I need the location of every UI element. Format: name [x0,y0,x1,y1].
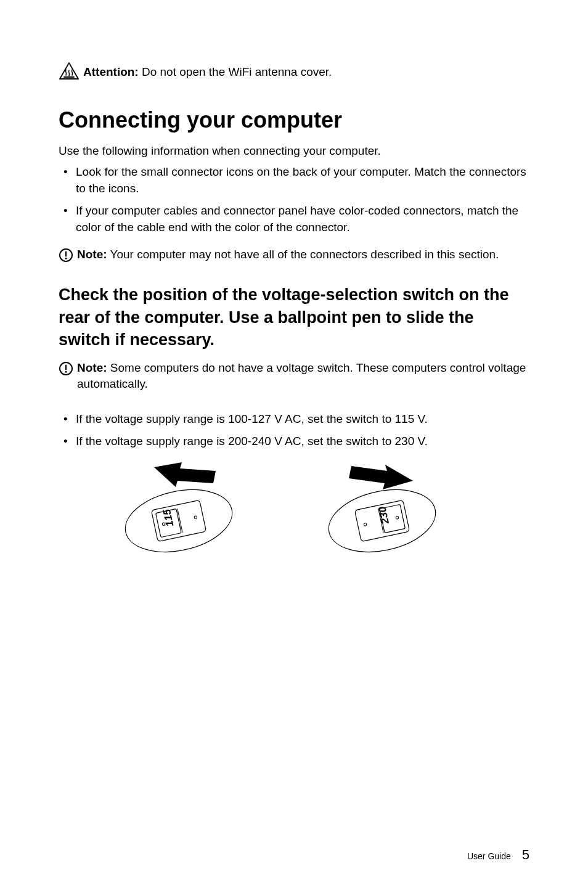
attention-body: Do not open the WiFi antenna cover. [142,65,332,78]
voltage-switch-115-diagram: 115 [117,462,240,561]
svg-marker-14 [154,462,216,487]
note-callout-2: Note: Some computers do not have a volta… [59,360,529,393]
info-icon [59,361,73,378]
note-text-1: Note: Your computer may not have all of … [77,247,499,263]
attention-text: Attention: Do not open the WiFi antenna … [83,65,332,79]
voltage-switch-diagrams: 115 230 [59,462,529,561]
page-footer: User Guide 5 [467,847,529,863]
note-body: Some computers do not have a voltage swi… [77,361,526,391]
page-heading: Connecting your computer [59,107,529,133]
svg-point-4 [65,258,67,260]
attention-label: Attention: [83,65,139,78]
bullet-list-1: Look for the small connector icons on th… [59,164,529,235]
voltage-switch-230-diagram: 230 [321,462,444,561]
page-number: 5 [522,847,529,863]
list-item: If the voltage supply range is 200-240 V… [59,433,529,450]
hot-surface-icon [59,62,80,83]
arrow-right-icon [349,465,413,489]
attention-callout: Attention: Do not open the WiFi antenna … [59,62,529,83]
note-label: Note: [77,361,107,374]
note-label: Note: [77,248,107,261]
list-item: If your computer cables and connector pa… [59,203,529,235]
list-item: Look for the small connector icons on th… [59,164,529,197]
note-callout-1: Note: Your computer may not have all of … [59,247,529,265]
bullet-list-2: If the voltage supply range is 100-127 V… [59,411,529,450]
list-item: If the voltage supply range is 100-127 V… [59,411,529,428]
svg-point-7 [65,370,67,372]
footer-label: User Guide [467,851,511,861]
info-icon [59,248,73,265]
intro-paragraph: Use the following information when conne… [59,144,529,158]
section-heading: Check the position of the voltage-select… [59,284,529,351]
note-text-2: Note: Some computers do not have a volta… [77,360,529,393]
arrow-left-icon [154,462,216,487]
svg-marker-21 [349,465,413,489]
note-body: Your computer may not have all of the co… [110,248,499,261]
